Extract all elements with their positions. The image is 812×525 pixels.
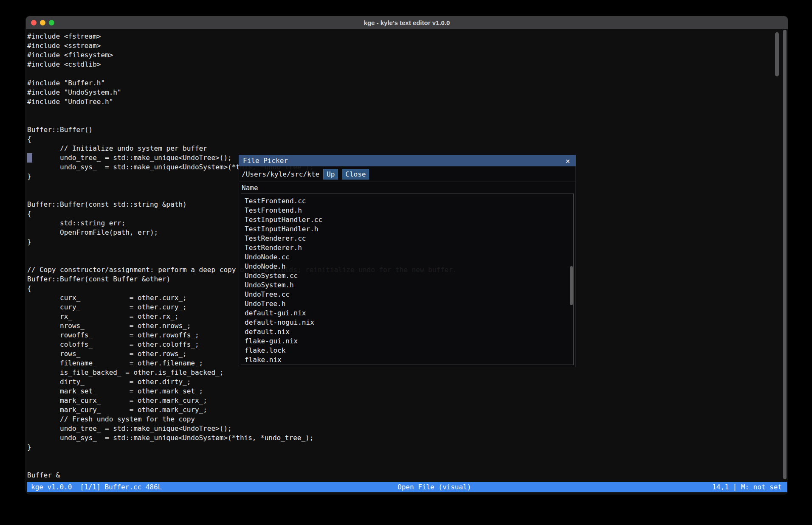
status-mode: Open File (visual) <box>398 482 471 492</box>
list-item[interactable]: UndoTree.h <box>241 299 573 309</box>
list-item[interactable]: default.nix <box>241 327 573 337</box>
list-item[interactable]: default-nogui.nix <box>241 318 573 327</box>
list-item[interactable]: UndoTree.cc <box>241 290 573 299</box>
list-item[interactable]: UndoSystem.h <box>241 281 573 290</box>
list-item[interactable]: flake.lock <box>241 346 573 355</box>
list-item[interactable]: TestInputHandler.h <box>241 225 573 234</box>
status-file-info: kge v1.0.0 [1/1] Buffer.cc 486L <box>31 482 162 492</box>
column-header-name: Name <box>242 183 258 193</box>
window-title: kge - kyle's text editor v1.0.0 <box>364 19 450 26</box>
list-item[interactable]: default-gui.nix <box>241 309 573 318</box>
traffic-light-close-button[interactable] <box>31 20 37 25</box>
file-picker-path-row: /Users/kyle/src/kte Up Close <box>239 166 575 182</box>
file-list: TestFrontend.ccTestFrontend.hTestInputHa… <box>241 194 574 365</box>
window-titlebar: kge - kyle's text editor v1.0.0 <box>26 16 788 29</box>
close-button[interactable]: Close <box>342 169 369 180</box>
list-item[interactable]: TestFrontend.h <box>241 206 573 215</box>
editor-scrollbar-track[interactable] <box>783 30 787 479</box>
traffic-lights <box>31 20 54 25</box>
list-item[interactable]: flake.nix <box>241 355 573 365</box>
list-item[interactable]: flake-gui.nix <box>241 337 573 346</box>
file-picker-title: File Picker <box>243 157 564 165</box>
list-item[interactable]: TestRenderer.cc <box>241 234 573 243</box>
up-button[interactable]: Up <box>323 169 338 180</box>
file-picker-titlebar: File Picker ✕ <box>239 155 576 166</box>
status-cursor-position: 14,1 | M: not set <box>712 482 782 492</box>
traffic-light-minimize-button[interactable] <box>40 20 45 25</box>
traffic-light-zoom-button[interactable] <box>49 20 54 25</box>
list-item[interactable]: UndoNode.cc <box>241 253 573 262</box>
file-list-scrollbar-thumb[interactable] <box>570 266 573 305</box>
current-path: /Users/kyle/src/kte <box>242 170 319 178</box>
file-picker-dialog: File Picker ✕ /Users/kyle/src/kte Up Clo… <box>239 155 576 367</box>
status-bar: kge v1.0.0 [1/1] Buffer.cc 486L Open Fil… <box>27 482 787 492</box>
editor-scrollbar-thumb[interactable] <box>775 32 779 76</box>
list-item[interactable]: UndoNode.h <box>241 262 573 271</box>
list-item[interactable]: TestRenderer.h <box>241 243 573 253</box>
close-icon[interactable]: ✕ <box>564 157 572 165</box>
list-item[interactable]: TestFrontend.cc <box>241 197 573 206</box>
app-window: kge - kyle's text editor v1.0.0 #include… <box>25 16 788 494</box>
list-item[interactable]: TestInputHandler.cc <box>241 215 573 225</box>
divider <box>239 182 575 182</box>
list-item[interactable]: UndoSystem.cc <box>241 271 573 281</box>
text-cursor <box>27 153 32 163</box>
